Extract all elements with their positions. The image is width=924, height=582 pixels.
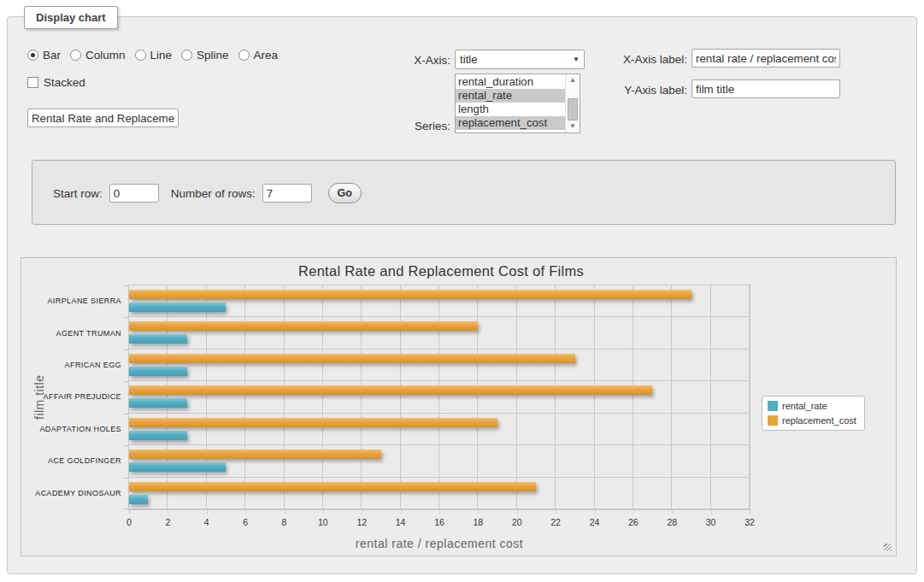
plot-area: 02468101214161820222426283032AIRPLANE SI… <box>128 285 750 510</box>
scroll-up-icon[interactable]: ▲ <box>566 74 580 86</box>
chart-container: Rental Rate and Replacement Cost of Film… <box>21 257 897 556</box>
bar-rental_rate[interactable] <box>129 334 187 344</box>
x-axis-tick-label: 20 <box>512 517 522 527</box>
stacked-checkbox[interactable] <box>27 77 38 88</box>
x-axis-tick-label: 28 <box>667 517 677 527</box>
bar-replacement_cost[interactable] <box>129 321 478 331</box>
x-axis-label-input[interactable] <box>692 49 840 68</box>
bar-replacement_cost[interactable] <box>129 482 536 491</box>
category-label: ACADEMY DINOSAUR <box>35 489 121 497</box>
fieldset-legend: Display chart <box>24 6 118 29</box>
number-of-rows-input[interactable] <box>262 184 312 203</box>
series-listbox[interactable]: rental_durationrental_ratelengthreplacem… <box>455 73 580 133</box>
y-axis-tick <box>123 317 129 318</box>
x-axis-tick-label: 30 <box>706 517 716 527</box>
bar-rental_rate[interactable] <box>129 367 187 376</box>
chevron-down-icon: ▼ <box>568 56 584 63</box>
category-label: ADAPTATION HOLES <box>39 425 121 433</box>
x-axis-tick <box>285 509 285 514</box>
legend-item-rental_rate[interactable]: rental_rate <box>768 401 856 411</box>
x-axis-tick <box>672 509 673 514</box>
stacked-checkbox-row[interactable]: Stacked <box>27 76 85 89</box>
bar-rental_rate[interactable] <box>129 462 226 472</box>
series-select-label: Series: <box>375 120 450 132</box>
display-chart-fieldset: Display chart BarColumnLineSplineArea St… <box>7 16 917 574</box>
x-axis-tick <box>439 509 440 514</box>
chart-type-option-bar[interactable]: Bar <box>27 49 61 62</box>
x-axis-tick <box>168 509 168 514</box>
series-option-replacement_cost[interactable]: replacement_cost <box>456 116 565 130</box>
bar-replacement_cost[interactable] <box>129 385 652 395</box>
radio-label: Area <box>254 49 279 62</box>
scrollbar-thumb[interactable] <box>568 98 578 121</box>
bar-rental_rate[interactable] <box>129 398 187 408</box>
legend-swatch <box>768 415 778 426</box>
y-axis-tick <box>123 509 129 509</box>
x-axis-tick <box>750 509 750 514</box>
x-axis-tick <box>595 509 596 514</box>
bar-replacement_cost[interactable] <box>129 418 497 427</box>
x-axis-select-label: X-Axis: <box>375 54 450 67</box>
y-axis-label-input[interactable] <box>692 79 840 98</box>
category-label: AFFAIR PREJUDICE <box>44 392 121 401</box>
chart-legend: rental_ratereplacement_cost <box>762 396 865 431</box>
start-row-label: Start row: <box>53 187 103 200</box>
bar-replacement_cost[interactable] <box>129 290 692 299</box>
x-axis-select[interactable]: title ▼ <box>455 50 585 69</box>
bar-rental_rate[interactable] <box>129 303 226 312</box>
row-controls-panel: Start row: Number of rows: Go <box>32 160 896 225</box>
x-axis-tick-label: 16 <box>434 517 444 527</box>
x-axis-tick-label: 12 <box>356 517 367 527</box>
category-label: AIRPLANE SIERRA <box>47 297 121 305</box>
radio-label: Column <box>85 49 126 62</box>
series-option-length[interactable]: length <box>456 103 565 116</box>
chart-type-option-line[interactable]: Line <box>135 49 173 62</box>
y-axis-tick <box>123 285 129 286</box>
series-option-rental_duration[interactable]: rental_duration <box>456 75 565 89</box>
radio-icon[interactable] <box>238 50 250 61</box>
x-axis-tick <box>129 509 130 514</box>
row-controls: Start row: Number of rows: Go <box>53 183 362 203</box>
go-button[interactable]: Go <box>328 183 362 203</box>
x-axis-tick <box>323 509 324 514</box>
bar-replacement_cost[interactable] <box>129 354 575 363</box>
bar-replacement_cost[interactable] <box>129 450 381 459</box>
y-axis-tick <box>123 414 129 414</box>
page: Display chart BarColumnLineSplineArea St… <box>0 0 924 582</box>
radio-icon[interactable] <box>27 50 38 61</box>
start-row-input[interactable] <box>109 184 159 203</box>
chart-type-option-spline[interactable]: Spline <box>181 49 229 62</box>
x-axis-tick-label: 24 <box>590 517 600 527</box>
chart-resize-handle[interactable] <box>884 544 892 551</box>
series-options: rental_durationrental_ratelengthreplacem… <box>456 74 565 132</box>
series-option-rental_rate[interactable]: rental_rate <box>456 89 565 103</box>
x-axis-tick-label: 22 <box>550 517 561 527</box>
scroll-down-icon[interactable]: ▼ <box>566 121 580 132</box>
chart-title-input[interactable] <box>27 109 179 127</box>
bar-rental_rate[interactable] <box>129 431 187 440</box>
series-scrollbar[interactable]: ▲ ▼ <box>565 74 580 132</box>
x-axis-tick-label: 2 <box>165 517 170 527</box>
y-axis-tick <box>123 381 129 382</box>
stacked-label: Stacked <box>44 76 85 89</box>
legend-label: rental_rate <box>782 401 827 411</box>
chart-type-option-area[interactable]: Area <box>238 49 279 62</box>
x-axis-label-label: X-Axis label: <box>597 53 687 66</box>
chart-type-option-column[interactable]: Column <box>70 49 126 62</box>
x-axis-tick-label: 32 <box>744 517 755 527</box>
radio-icon[interactable] <box>135 50 146 61</box>
radio-label: Bar <box>43 49 61 62</box>
x-axis-tick-label: 0 <box>127 517 132 527</box>
x-axis-tick-label: 6 <box>243 517 248 527</box>
radio-icon[interactable] <box>181 50 192 61</box>
bar-rental_rate[interactable] <box>129 495 148 504</box>
radio-icon[interactable] <box>70 50 81 61</box>
x-axis-tick <box>517 509 518 514</box>
chart-category-row: ADAPTATION HOLES <box>129 414 750 445</box>
legend-item-replacement_cost[interactable]: replacement_cost <box>768 415 856 426</box>
radio-label: Line <box>150 49 173 62</box>
category-label: AFRICAN EGG <box>65 361 121 369</box>
x-axis-tick-label: 18 <box>474 517 484 527</box>
chart-category-row: AFFAIR PREJUDICE <box>129 381 750 413</box>
x-axis-tick <box>207 509 208 514</box>
